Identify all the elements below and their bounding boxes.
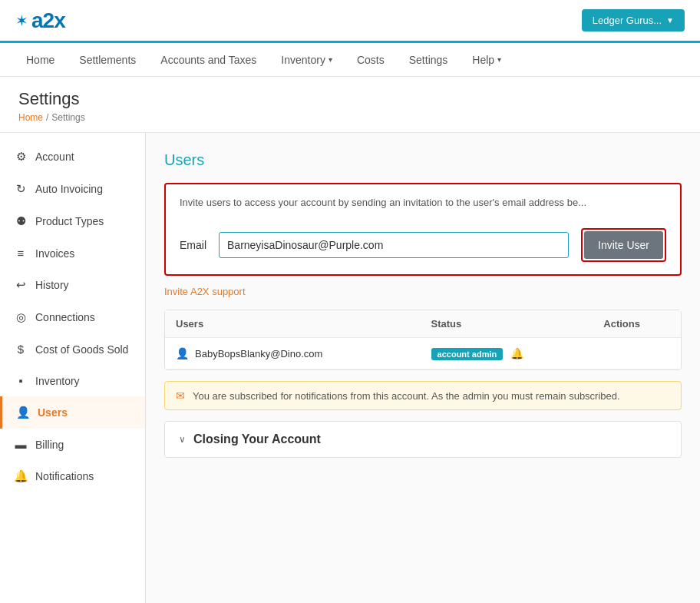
email-input[interactable] <box>219 232 569 258</box>
invite-support-link[interactable]: Invite A2X support <box>164 286 246 297</box>
content-area: Users Invite users to access your accoun… <box>146 133 700 603</box>
cogs-icon: $ <box>14 343 28 356</box>
account-icon: ⚙ <box>14 150 28 164</box>
bell-icon: 🔔 <box>510 347 523 359</box>
sidebar-label-cogs: Cost of Goods Sold <box>35 343 128 356</box>
users-table-section: Users Status Actions 👤 BabyBopsBlanky@Di… <box>164 310 682 370</box>
col-status: Status <box>421 310 593 338</box>
sidebar-item-inventory[interactable]: ▪ Inventory <box>0 365 145 396</box>
sidebar-label-connections: Connections <box>35 311 95 323</box>
closing-title: Closing Your Account <box>193 432 321 446</box>
sidebar: ⚙ Account ↻ Auto Invoicing ⚉ Product Typ… <box>0 133 146 603</box>
users-table: Users Status Actions 👤 BabyBopsBlanky@Di… <box>165 310 681 369</box>
notification-message: You are subscribed for notifications fro… <box>193 390 620 402</box>
history-icon: ↩ <box>14 278 28 292</box>
notifications-icon: 🔔 <box>14 469 28 483</box>
invite-box: Invite users to access your account by s… <box>164 183 682 276</box>
sidebar-item-account[interactable]: ⚙ Account <box>0 141 145 173</box>
page-title: Settings <box>18 89 682 109</box>
users-section-title: Users <box>164 151 682 169</box>
invite-btn-wrap: Invite User <box>581 228 666 262</box>
status-badge: account admin <box>431 348 504 360</box>
email-label: Email <box>180 239 206 251</box>
col-users: Users <box>165 310 421 338</box>
inventory-caret: ▾ <box>329 55 332 64</box>
nav-help[interactable]: Help ▾ <box>461 46 512 74</box>
logo-text: a2x <box>31 8 65 33</box>
sidebar-label-auto-invoicing: Auto Invoicing <box>35 183 103 195</box>
nav-costs[interactable]: Costs <box>346 46 395 74</box>
email-input-wrap <box>219 232 569 258</box>
invoices-icon: ≡ <box>14 247 28 260</box>
user-email: BabyBopsBlanky@Dino.com <box>195 348 322 359</box>
logo-star: ✶ <box>15 12 28 30</box>
user-status-cell: account admin 🔔 <box>421 338 593 369</box>
breadcrumb-current: Settings <box>51 112 84 123</box>
account-button-label: Ledger Gurus... <box>593 15 662 26</box>
sidebar-item-auto-invoicing[interactable]: ↻ Auto Invoicing <box>0 173 145 205</box>
notification-bar: ✉ You are subscribed for notifications f… <box>164 381 682 410</box>
help-caret: ▾ <box>497 55 501 64</box>
col-actions: Actions <box>593 310 681 338</box>
closing-chevron: ∨ <box>179 434 186 445</box>
nav-accounts-taxes[interactable]: Accounts and Taxes <box>150 46 267 74</box>
main-layout: ⚙ Account ↻ Auto Invoicing ⚉ Product Typ… <box>0 133 700 603</box>
table-row: 👤 BabyBopsBlanky@Dino.com account admin … <box>165 338 681 369</box>
inventory-icon: ▪ <box>14 374 28 387</box>
sidebar-item-connections[interactable]: ◎ Connections <box>0 301 145 333</box>
nav-settlements[interactable]: Settlements <box>68 46 147 74</box>
sidebar-label-history: History <box>35 279 69 291</box>
auto-invoicing-icon: ↻ <box>14 182 28 196</box>
page-header: Settings Home / Settings <box>0 77 700 133</box>
invite-user-button[interactable]: Invite User <box>584 231 663 259</box>
billing-icon: ▬ <box>14 438 28 451</box>
nav-home[interactable]: Home <box>15 46 65 74</box>
breadcrumb: Home / Settings <box>18 112 682 123</box>
user-email-cell: 👤 BabyBopsBlanky@Dino.com <box>165 338 421 369</box>
logo: ✶ a2x <box>15 8 65 33</box>
sidebar-label-billing: Billing <box>35 439 64 451</box>
closing-header[interactable]: ∨ Closing Your Account <box>179 432 667 446</box>
account-dropdown-caret: ▼ <box>666 16 674 25</box>
nav-inventory[interactable]: Inventory ▾ <box>270 46 343 74</box>
sidebar-item-cogs[interactable]: $ Cost of Goods Sold <box>0 333 145 365</box>
sidebar-label-invoices: Invoices <box>35 247 74 260</box>
sidebar-label-inventory: Inventory <box>35 375 80 387</box>
user-actions-cell <box>593 338 681 369</box>
top-bar: ✶ a2x Ledger Gurus... ▼ <box>0 0 700 43</box>
account-button[interactable]: Ledger Gurus... ▼ <box>582 9 685 31</box>
sidebar-label-product-types: Product Types <box>35 215 104 227</box>
users-icon: 👤 <box>16 406 30 419</box>
sidebar-item-notifications[interactable]: 🔔 Notifications <box>0 460 145 492</box>
connections-icon: ◎ <box>14 310 28 324</box>
sidebar-item-product-types[interactable]: ⚉ Product Types <box>0 205 145 237</box>
sidebar-label-account: Account <box>35 151 74 163</box>
nav-settings[interactable]: Settings <box>398 46 459 74</box>
invite-description: Invite users to access your account by s… <box>180 197 666 208</box>
notification-envelope-icon: ✉ <box>176 389 185 402</box>
breadcrumb-home[interactable]: Home <box>18 112 43 123</box>
sidebar-label-users: Users <box>38 406 68 419</box>
user-avatar-icon: 👤 <box>176 347 189 359</box>
product-types-icon: ⚉ <box>14 214 28 228</box>
closing-account-section: ∨ Closing Your Account <box>164 421 682 458</box>
sidebar-item-users[interactable]: 👤 Users <box>0 396 145 429</box>
breadcrumb-separator: / <box>46 112 48 123</box>
sidebar-label-notifications: Notifications <box>35 470 94 482</box>
sidebar-item-history[interactable]: ↩ History <box>0 269 145 301</box>
sidebar-item-billing[interactable]: ▬ Billing <box>0 429 145 460</box>
nav-bar: Home Settlements Accounts and Taxes Inve… <box>0 43 700 77</box>
sidebar-item-invoices[interactable]: ≡ Invoices <box>0 237 145 269</box>
